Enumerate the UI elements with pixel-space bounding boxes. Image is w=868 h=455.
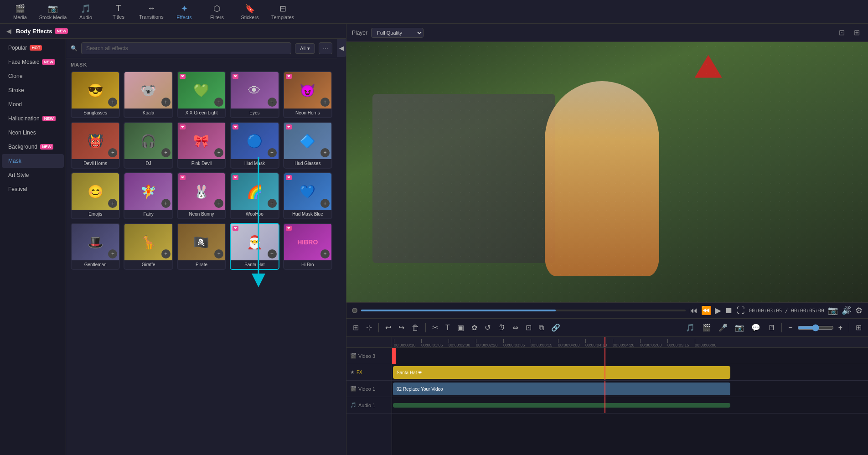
video-track-btn[interactable]: 🎬 xyxy=(699,321,714,334)
add-dj-btn[interactable]: + xyxy=(161,148,170,157)
timer-button[interactable]: ⏱ xyxy=(495,322,508,334)
add-giraffe-btn[interactable]: + xyxy=(161,249,170,259)
add-santa-hat-btn[interactable]: + xyxy=(268,249,277,259)
fullscreen-button[interactable]: ⛶ xyxy=(737,306,745,315)
sidebar-item-popular[interactable]: Popular HOT xyxy=(2,41,64,55)
rotate-button[interactable]: ↺ xyxy=(482,321,493,334)
effect-card-hud-glasses[interactable]: ❤ 🔷 + Hud Glasses xyxy=(283,122,332,169)
clip-audio1[interactable] xyxy=(393,403,730,408)
audio-track-btn[interactable]: 🎵 xyxy=(683,321,698,334)
add-koala-btn[interactable]: + xyxy=(161,98,170,107)
zoom-slider[interactable] xyxy=(797,324,834,331)
search-input[interactable] xyxy=(81,42,291,54)
nav-templates[interactable]: ⊟ Templates xyxy=(266,0,299,24)
redo-button[interactable]: ↪ xyxy=(396,321,407,334)
screen-record-btn[interactable]: 🖥 xyxy=(765,322,778,334)
sidebar-item-hallucination[interactable]: Hallucination NEW xyxy=(2,112,64,125)
cut-button[interactable]: ✂ xyxy=(429,321,441,334)
undo-button[interactable]: ↩ xyxy=(382,321,394,334)
track-row-fx[interactable]: Santa Hat ❤ xyxy=(392,364,868,381)
subtitle-btn[interactable]: 💬 xyxy=(749,321,763,334)
filter-all-button[interactable]: All ▾ xyxy=(295,43,315,54)
nav-stickers[interactable]: 🔖 Stickers xyxy=(233,0,266,24)
track-row-video1[interactable]: 02 Replace Your Video xyxy=(392,381,868,397)
collapse-panel-button[interactable]: ◀ xyxy=(337,39,346,57)
effect-card-gentleman[interactable]: 🎩 + Gentleman xyxy=(71,223,120,270)
sidebar-item-mask[interactable]: Mask xyxy=(2,154,64,168)
quality-select[interactable]: Full Quality High Quality Medium Quality… xyxy=(371,28,424,38)
effect-card-devil-horns[interactable]: 👹 + Devil Horns xyxy=(71,122,120,169)
timeline-ruler[interactable]: 00:00:00:10 00:00:01:05 00:00:02:00 00:0… xyxy=(392,337,868,348)
stop-button[interactable]: ⏹ xyxy=(725,306,733,315)
sidebar-item-art-style[interactable]: Art Style xyxy=(2,168,64,182)
crop-button[interactable]: ⊡ xyxy=(523,321,534,334)
sidebar-item-background[interactable]: Background NEW xyxy=(2,140,64,154)
clip-santa-hat[interactable]: Santa Hat ❤ xyxy=(393,366,730,379)
nav-audio[interactable]: 🎵 Audio xyxy=(69,0,102,24)
text-button[interactable]: T xyxy=(443,322,453,334)
effect-card-woohoo[interactable]: ❤ 🌈 + WooHoo xyxy=(230,172,279,219)
link-button[interactable]: 🔗 xyxy=(548,321,563,334)
sidebar-item-face-mosaic[interactable]: Face Mosaic NEW xyxy=(2,55,64,69)
nav-filters[interactable]: ⬡ Filters xyxy=(201,0,233,24)
mic-btn[interactable]: 🎤 xyxy=(716,321,730,334)
effect-card-xx-green-light[interactable]: ❤ 💚 + X X Green Light xyxy=(177,71,226,118)
effect-card-koala[interactable]: 🐨 + Koala xyxy=(124,71,173,118)
effect-card-hi-bro[interactable]: ❤ HIBRO + Hi Bro xyxy=(283,223,332,270)
nav-titles[interactable]: T Titles xyxy=(102,0,135,24)
effect-card-hud-mask-blue[interactable]: ❤ 💙 + Hud Mask Blue xyxy=(283,172,332,219)
add-woohoo-btn[interactable]: + xyxy=(268,199,277,208)
effect-card-eyes[interactable]: ❤ 👁 + Eyes xyxy=(230,71,279,118)
split-button[interactable]: ⇔ xyxy=(510,321,521,334)
sidebar-item-mood[interactable]: Mood xyxy=(2,98,64,111)
effect-card-dj[interactable]: 🎧 + DJ xyxy=(124,122,173,169)
effect-card-santa-hat[interactable]: ❤ 🎅 + Santa Hat xyxy=(230,223,279,270)
effect-card-fairy[interactable]: 🧚 + Fairy xyxy=(124,172,173,219)
camera-btn[interactable]: 📷 xyxy=(732,321,747,334)
back-button[interactable]: ◀ xyxy=(5,27,13,35)
add-fairy-btn[interactable]: + xyxy=(161,199,170,208)
add-hi-bro-btn[interactable]: + xyxy=(320,249,330,259)
add-hud-glasses-btn[interactable]: + xyxy=(320,148,330,157)
screenshot-button[interactable]: 📷 xyxy=(828,305,838,315)
effect-card-neon-bunny[interactable]: ❤ 🐰 + Neon Bunny xyxy=(177,172,226,219)
select-tool-button[interactable]: ⊹ xyxy=(363,321,375,334)
add-neon-horns-btn[interactable]: + xyxy=(320,98,330,107)
effect-card-pirate[interactable]: 🏴‍☠️ + Pirate xyxy=(177,223,226,270)
zoom-out-btn[interactable]: − xyxy=(785,322,795,334)
track-row-audio1[interactable] xyxy=(392,397,868,414)
add-track-button[interactable]: ⊞ xyxy=(350,321,362,334)
effect-card-giraffe[interactable]: 🦒 + Giraffe xyxy=(124,223,173,270)
step-back-button[interactable]: ⏮ xyxy=(689,306,698,315)
progress-bar[interactable] xyxy=(361,310,686,311)
zoom-in-btn[interactable]: + xyxy=(836,322,845,334)
sidebar-item-neon-lines[interactable]: Neon Lines xyxy=(2,126,64,140)
effect-card-pink-devil[interactable]: ❤ 🎀 + Pink Devil xyxy=(177,122,226,169)
nav-effects[interactable]: ✦ Effects xyxy=(168,0,201,24)
sidebar-item-festival[interactable]: Festival xyxy=(2,182,64,196)
effect-card-sunglasses[interactable]: 😎 + Sunglasses xyxy=(71,71,120,118)
volume-button[interactable]: 🔊 xyxy=(842,305,852,315)
duplicate-button[interactable]: ⧉ xyxy=(536,322,547,334)
frame-back-button[interactable]: ⏪ xyxy=(701,305,711,315)
grid-view-btn[interactable]: ⊞ xyxy=(853,321,864,334)
play-button[interactable]: ▶ xyxy=(715,305,721,315)
nav-media[interactable]: 🎬 Media xyxy=(4,0,36,24)
sidebar-item-clone[interactable]: Clone xyxy=(2,69,64,83)
effect-button[interactable]: ✿ xyxy=(469,321,480,334)
effect-card-neon-horns[interactable]: ❤ 😈 + Neon Horns xyxy=(283,71,332,118)
delete-button[interactable]: 🗑 xyxy=(409,322,422,334)
rect-button[interactable]: ▣ xyxy=(455,321,467,334)
add-hud-mask-blue-btn[interactable]: + xyxy=(320,199,330,208)
track-row-video3[interactable] xyxy=(392,348,868,364)
settings-button[interactable]: ⚙ xyxy=(855,305,863,315)
restore-window-btn[interactable]: ⊡ xyxy=(836,26,847,39)
sidebar-item-stroke[interactable]: Stroke xyxy=(2,83,64,97)
add-eyes-btn[interactable]: + xyxy=(268,98,277,107)
effect-card-emojis[interactable]: 😊 + Emojis xyxy=(71,172,120,219)
maximize-window-btn[interactable]: ⊞ xyxy=(851,26,863,39)
nav-transitions[interactable]: ↔ Transitions xyxy=(135,0,168,24)
nav-stock-media[interactable]: 📷 Stock Media xyxy=(36,0,69,24)
effect-card-hud-mask[interactable]: ❤ 🔵 + Hud Mask xyxy=(230,122,279,169)
more-options-button[interactable]: ··· xyxy=(319,42,332,54)
